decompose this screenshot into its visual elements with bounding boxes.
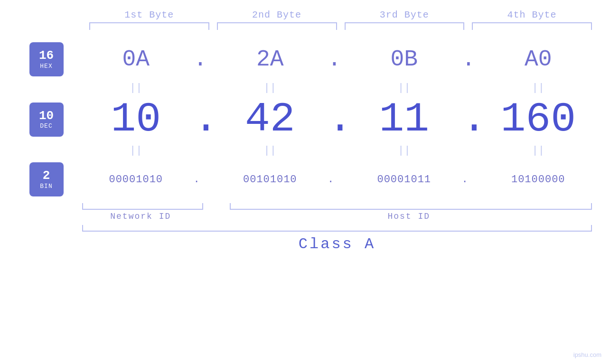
top-bracket-1 [89,22,209,30]
dec-dot-1: . [194,96,213,143]
top-bracket-2 [217,22,337,30]
hex-row: 16 HEX 0A . 2A . 0B . [14,38,596,80]
eq2-4: || [481,145,596,157]
bottom-bracket-row [14,203,596,210]
hex-badge-label: HEX [40,63,52,70]
bin-badge: 2 BIN [14,159,78,200]
hex-value-3: 0B [347,47,462,72]
dec-dot-2: . [328,96,347,143]
hex-value-1: 0A [78,47,194,72]
bin-dot-3: . [462,174,481,186]
main-container: 1st Byte 2nd Byte 3rd Byte 4th Byte 16 H… [0,0,610,364]
bin-badge-box: 2 BIN [29,162,64,196]
dec-value-3: 11 [347,99,462,140]
dec-badge: 10 DEC [14,99,78,140]
network-id-label: Network ID [78,212,203,221]
hex-values-row: 0A . 2A . 0B . A0 [78,47,596,72]
dec-badge-number: 10 [39,109,54,123]
bottom-bracket-1 [82,203,203,210]
byte-header-4: 4th Byte [468,9,596,20]
class-label: Class A [299,235,375,253]
top-bracket-3 [345,22,465,30]
eq2-3: || [347,145,462,157]
hex-badge-box: 16 HEX [29,42,64,76]
dec-row: 10 DEC 10 . 42 . 11 . [14,96,596,143]
class-bracket [82,225,592,232]
equals-row-1: || || || || [14,82,596,94]
bin-dot-1: . [194,174,213,186]
dec-value-2: 42 [213,99,328,140]
hex-value-2: 2A [213,47,328,72]
hex-dot-3: . [462,47,481,72]
hex-value-4: A0 [481,47,596,72]
bin-value-3: 00001011 [347,174,462,186]
bin-row: 2 BIN 00001010 . 00101010 . 00001011 . [14,159,596,200]
dec-values-row: 10 . 42 . 11 . 160 [78,96,596,143]
bin-dot-2: . [328,174,347,186]
bin-value-1: 00001010 [78,174,194,186]
eq2-2: || [213,145,328,157]
bin-badge-label: BIN [40,183,52,190]
hex-dot-2: . [328,47,347,72]
equals-row-2: || || || || [14,145,596,157]
equals-symbols-1: || || || || [78,82,596,94]
watermark: ipshu.com [573,351,601,358]
dec-value-4: 160 [481,99,596,140]
top-bracket-row [14,22,596,30]
eq1-3: || [347,82,462,94]
bin-values-row: 00001010 . 00101010 . 00001011 . 1010000… [78,174,596,186]
hex-dot-1: . [194,47,213,72]
dec-badge-box: 10 DEC [29,103,64,137]
dec-badge-label: DEC [40,122,52,130]
eq1-2: || [213,82,328,94]
bottom-bracket-234 [230,203,592,210]
eq2-1: || [78,145,194,157]
byte-header-3: 3rd Byte [341,9,469,20]
dec-value-1: 10 [78,99,194,140]
bin-value-4: 10100000 [481,174,596,186]
class-bracket-row [14,225,596,232]
byte-headers-row: 1st Byte 2nd Byte 3rd Byte 4th Byte [14,9,596,20]
hex-badge: 16 HEX [14,38,78,80]
eq1-4: || [481,82,596,94]
equals-symbols-2: || || || || [78,145,596,157]
top-bracket-4 [472,22,592,30]
bin-value-2: 00101010 [213,174,328,186]
hex-badge-number: 16 [39,49,54,63]
class-label-row: Class A [14,235,596,253]
byte-header-2: 2nd Byte [213,9,341,20]
dec-dot-3: . [462,96,481,143]
id-labels-row: Network ID Host ID [14,212,596,221]
eq1-1: || [78,82,194,94]
bin-badge-number: 2 [43,169,50,183]
host-id-label: Host ID [222,212,596,221]
byte-header-1: 1st Byte [85,9,213,20]
